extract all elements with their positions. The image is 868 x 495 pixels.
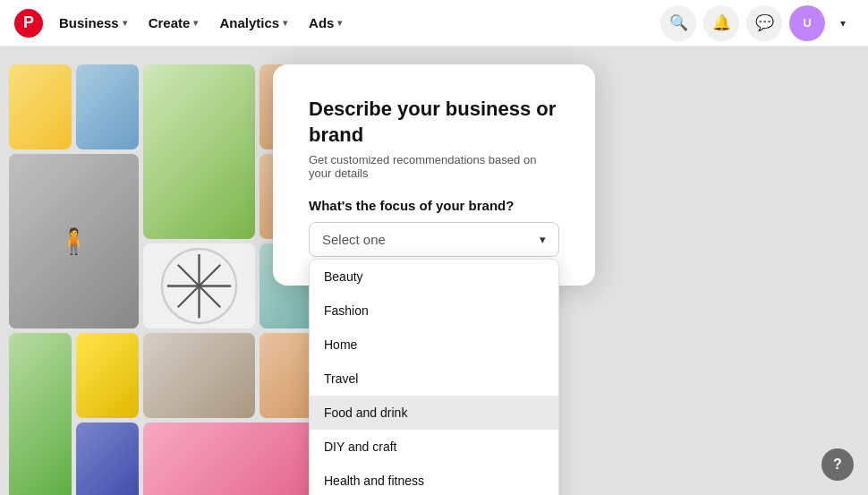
modal-overlay: Describe your business or brand Get cust…: [0, 47, 868, 495]
notifications-button[interactable]: 🔔: [703, 5, 739, 41]
nav-create-label: Create: [149, 15, 191, 30]
nav-icons: 🔍 🔔 💬 U ▾: [660, 5, 854, 41]
user-avatar[interactable]: U: [789, 5, 825, 41]
dropdown-item-home[interactable]: Home: [310, 328, 558, 362]
nav-item-business[interactable]: Business ▾: [50, 10, 136, 36]
brand-focus-modal: Describe your business or brand Get cust…: [273, 64, 595, 286]
pinterest-logo[interactable]: P: [14, 9, 43, 38]
dropdown-item-travel[interactable]: Travel: [310, 362, 558, 396]
nav-ads-chevron: ▾: [337, 18, 342, 28]
nav-item-analytics[interactable]: Analytics ▾: [210, 10, 296, 36]
help-icon: ?: [833, 457, 842, 473]
nav-analytics-label: Analytics: [219, 15, 279, 30]
nav-analytics-chevron: ▾: [283, 18, 287, 28]
modal-title: Describe your business or brand: [309, 97, 559, 148]
dropdown-item-fashion[interactable]: Fashion: [310, 294, 558, 328]
select-placeholder: Select one: [322, 232, 386, 247]
nav-items: Business ▾ Create ▾ Analytics ▾ Ads ▾: [50, 10, 351, 36]
nav-item-ads[interactable]: Ads ▾: [300, 10, 351, 36]
search-button[interactable]: 🔍: [660, 5, 696, 41]
nav-item-create[interactable]: Create ▾: [140, 10, 208, 36]
dropdown-item-food-drink[interactable]: Food and drink: [310, 396, 558, 430]
modal-question: What's the focus of your brand?: [309, 198, 559, 213]
nav-create-chevron: ▾: [193, 18, 198, 28]
avatar-initial: U: [803, 16, 811, 30]
messages-button[interactable]: 💬: [746, 5, 782, 41]
dropdown-item-beauty[interactable]: Beauty: [310, 260, 558, 294]
dropdown-item-health-fitness[interactable]: Health and fitness: [310, 464, 558, 495]
modal-subtitle: Get customized recommendations based on …: [309, 153, 559, 180]
select-chevron-icon: ▾: [540, 233, 546, 246]
brand-focus-dropdown: Beauty Fashion Home Travel Food and drin…: [309, 259, 559, 495]
nav-business-chevron: ▾: [123, 18, 127, 28]
brand-focus-select[interactable]: Select one ▾: [309, 222, 559, 257]
brand-focus-select-container: Select one ▾ Beauty Fashion Home Travel …: [309, 222, 559, 257]
account-chevron-button[interactable]: ▾: [832, 5, 854, 41]
nav-ads-label: Ads: [309, 15, 334, 30]
navbar: P Business ▾ Create ▾ Analytics ▾ Ads ▾ …: [0, 0, 868, 47]
nav-business-label: Business: [59, 15, 119, 30]
help-button[interactable]: ?: [821, 448, 854, 481]
dropdown-item-diy-craft[interactable]: DIY and craft: [310, 430, 558, 464]
